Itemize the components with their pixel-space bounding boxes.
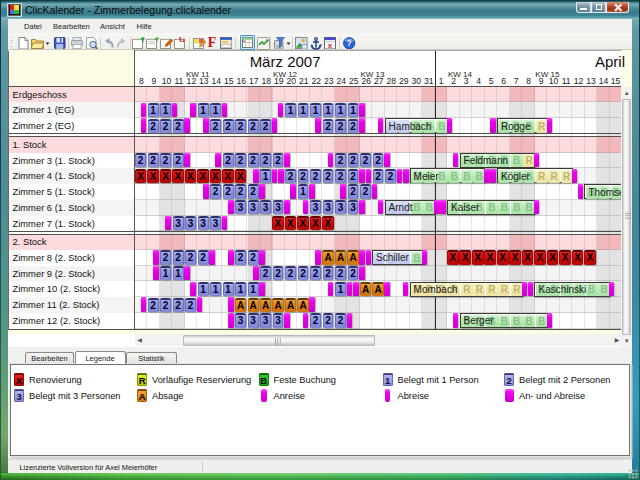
svg-text:x: x [328, 40, 333, 49]
svg-text:G: G [179, 37, 185, 44]
svg-text:?: ? [347, 38, 352, 48]
